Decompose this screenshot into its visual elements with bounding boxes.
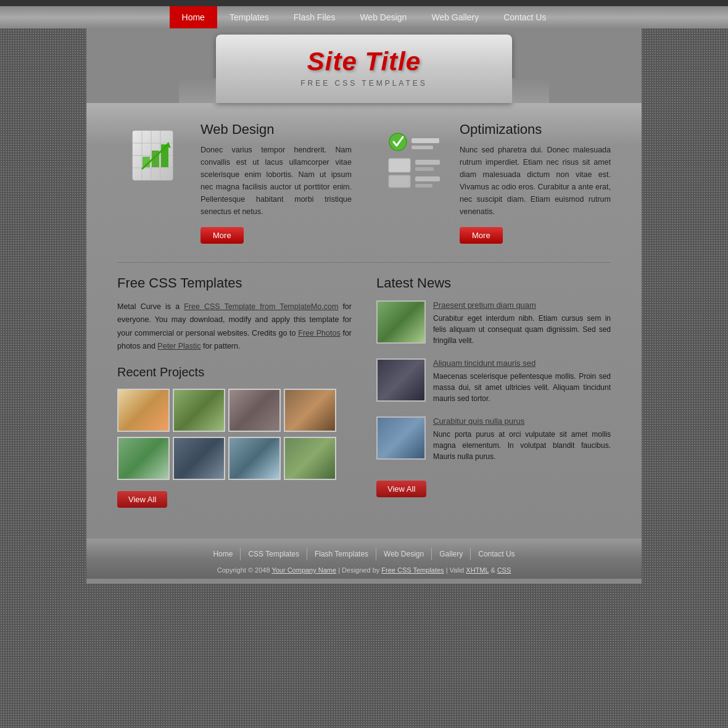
free-css-title: Free CSS Templates: [117, 275, 352, 291]
web-design-text: Donec varius tempor hendrerit. Nam conva…: [201, 144, 352, 218]
news-text-1: Curabitur eget interdum nibh. Etiam curs…: [433, 313, 611, 346]
top-bar: [0, 0, 728, 6]
project-grid-row1: [117, 389, 352, 432]
col-right: Latest News Praesent pretium diam quam C…: [376, 275, 611, 508]
project-thumb-3[interactable]: [228, 389, 281, 432]
site-subtitle: FREE CSS TEMPLATES: [241, 79, 487, 88]
footer-web-design[interactable]: Web Design: [376, 548, 432, 560]
footer-xhtml-link[interactable]: XHTML: [466, 566, 489, 574]
svg-rect-14: [412, 138, 439, 143]
svg-point-13: [389, 133, 407, 151]
nav-wrapper: Home Templates Flash Files Web Design We…: [0, 6, 728, 28]
footer-and-text: &: [489, 566, 497, 574]
news-view-all-button[interactable]: View All: [376, 481, 426, 497]
optimization-icon: [376, 122, 450, 196]
news-content-3: Curabitur quis nulla purus Nunc porta pu…: [433, 416, 611, 462]
free-css-link3[interactable]: Peter Plastic: [157, 342, 201, 350]
footer-contact-us[interactable]: Contact Us: [471, 548, 522, 560]
footer: Home CSS Templates Flash Templates Web D…: [86, 539, 642, 579]
web-design-feature: Web Design Donec varius tempor hendrerit…: [117, 122, 352, 244]
project-thumb-2[interactable]: [173, 389, 225, 432]
nav-templates[interactable]: Templates: [217, 6, 281, 28]
header: Site Title FREE CSS TEMPLATES: [86, 28, 642, 103]
feature-row: Web Design Donec varius tempor hendrerit…: [117, 122, 611, 244]
footer-css-templates[interactable]: CSS Templates: [241, 548, 307, 560]
projects-view-all-button[interactable]: View All: [117, 491, 167, 508]
content-area: Web Design Donec varius tempor hendrerit…: [86, 103, 642, 526]
latest-news-title: Latest News: [376, 275, 611, 291]
free-css-text: Metal Curve is a Free CSS Template from …: [117, 300, 352, 353]
news-item-2: Aliquam tincidunt mauris sed Maecenas sc…: [376, 358, 611, 404]
project-grid-row2: [117, 437, 352, 480]
site-title: Site Title: [241, 47, 487, 77]
news-item-1: Praesent pretium diam quam Curabitur ege…: [376, 300, 611, 346]
free-css-text1: Metal Curve is a: [117, 302, 184, 311]
optimizations-content: Optimizations Nunc sed pharetra dui. Don…: [460, 122, 611, 244]
footer-copyright: Copyright © 2048 Your Company Name | Des…: [86, 566, 642, 574]
footer-company-name[interactable]: Your Company Name: [271, 566, 336, 574]
two-col-section: Free CSS Templates Metal Curve is a Free…: [117, 275, 611, 508]
news-thumb-1[interactable]: [376, 300, 426, 344]
optimizations-title: Optimizations: [460, 122, 611, 138]
col-left: Free CSS Templates Metal Curve is a Free…: [117, 275, 352, 508]
svg-rect-16: [389, 159, 410, 172]
news-thumb-3[interactable]: [376, 416, 426, 460]
footer-designer-link[interactable]: Free CSS Templates: [381, 566, 444, 574]
optimizations-more-button[interactable]: More: [460, 227, 503, 244]
news-title-1[interactable]: Praesent pretium diam quam: [433, 300, 611, 310]
news-text-3: Nunc porta purus at orci vulputate sit a…: [433, 429, 611, 462]
project-thumb-1[interactable]: [117, 389, 170, 432]
svg-rect-19: [415, 167, 434, 171]
project-thumb-5[interactable]: [117, 437, 170, 480]
svg-rect-21: [415, 184, 432, 188]
svg-rect-17: [389, 175, 410, 188]
nav-web-gallery[interactable]: Web Gallery: [419, 6, 491, 28]
nav-web-design[interactable]: Web Design: [347, 6, 419, 28]
project-thumb-6[interactable]: [173, 437, 225, 480]
footer-home[interactable]: Home: [205, 548, 241, 560]
news-text-2: Maecenas scelerisque pellentesque mollis…: [433, 371, 611, 404]
footer-valid-text: | Valid: [444, 566, 466, 574]
news-thumb-2[interactable]: [376, 358, 426, 402]
footer-gallery[interactable]: Gallery: [432, 548, 471, 560]
main-wrapper: Site Title FREE CSS TEMPLATES: [86, 28, 642, 584]
news-title-2[interactable]: Aliquam tincidunt mauris sed: [433, 358, 611, 368]
nav-flash-files[interactable]: Flash Files: [281, 6, 348, 28]
web-design-content: Web Design Donec varius tempor hendrerit…: [201, 122, 352, 244]
free-css-link2[interactable]: Free Photos: [298, 329, 340, 337]
footer-nav: Home CSS Templates Flash Templates Web D…: [86, 548, 642, 560]
web-design-more-button[interactable]: More: [201, 227, 244, 244]
footer-flash-templates[interactable]: Flash Templates: [307, 548, 376, 560]
free-css-link1[interactable]: Free CSS Template from TemplateMo.com: [184, 302, 338, 311]
footer-css-link[interactable]: CSS: [497, 566, 511, 574]
news-content-1: Praesent pretium diam quam Curabitur ege…: [433, 300, 611, 346]
project-thumb-4[interactable]: [284, 389, 336, 432]
news-content-2: Aliquam tincidunt mauris sed Maecenas sc…: [433, 358, 611, 404]
svg-rect-20: [415, 176, 440, 181]
footer-designed-by-text: | Designed by: [336, 566, 381, 574]
project-thumb-8[interactable]: [284, 437, 336, 480]
logo-box: Site Title FREE CSS TEMPLATES: [216, 35, 512, 103]
recent-projects-title: Recent Projects: [117, 365, 352, 379]
optimizations-feature: Optimizations Nunc sed pharetra dui. Don…: [376, 122, 611, 244]
web-design-title: Web Design: [201, 122, 352, 138]
web-design-icon: [117, 122, 191, 196]
divider: [117, 262, 611, 263]
news-item-3: Curabitur quis nulla purus Nunc porta pu…: [376, 416, 611, 462]
free-css-text4: for pattern.: [201, 342, 241, 350]
optimizations-text: Nunc sed pharetra dui. Donec malesuada r…: [460, 144, 611, 218]
main-nav: Home Templates Flash Files Web Design We…: [86, 6, 642, 28]
nav-home[interactable]: Home: [170, 6, 217, 28]
svg-rect-15: [412, 146, 433, 149]
svg-rect-18: [415, 160, 440, 165]
nav-contact-us[interactable]: Contact Us: [491, 6, 558, 28]
project-thumb-7[interactable]: [228, 437, 281, 480]
news-title-3[interactable]: Curabitur quis nulla purus: [433, 416, 611, 426]
footer-copyright-text: Copyright © 2048: [217, 566, 272, 574]
